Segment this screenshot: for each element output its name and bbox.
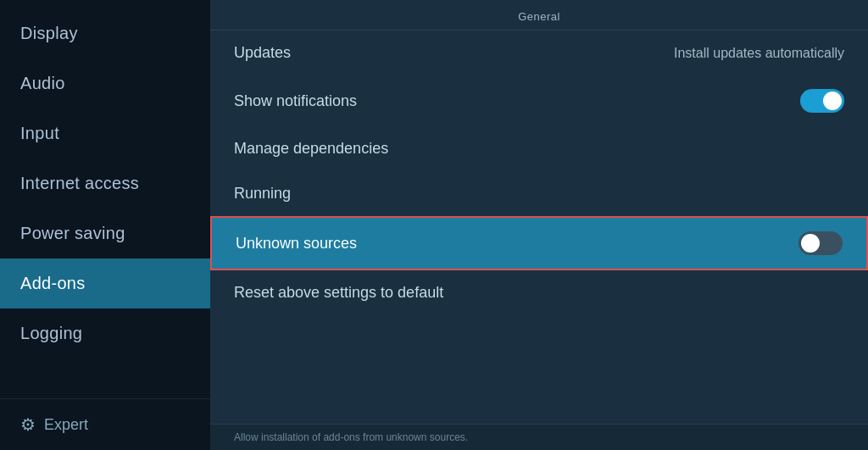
sidebar-item-internet-access[interactable]: Internet access: [0, 158, 210, 208]
row-show-notifications[interactable]: Show notifications: [210, 75, 868, 126]
label-manage-dependencies: Manage dependencies: [234, 140, 844, 158]
sidebar-item-display[interactable]: Display: [0, 8, 210, 58]
label-show-notifications: Show notifications: [234, 92, 800, 110]
sidebar-item-add-ons[interactable]: Add-ons: [0, 258, 210, 308]
sidebar-expert-button[interactable]: ⚙ Expert: [0, 398, 210, 450]
sidebar: Display Audio Input Internet access Powe…: [0, 0, 210, 450]
sidebar-item-input[interactable]: Input: [0, 108, 210, 158]
expert-label: Expert: [44, 416, 88, 434]
row-manage-dependencies[interactable]: Manage dependencies: [210, 126, 868, 171]
row-unknown-sources[interactable]: Unknown sources: [210, 216, 868, 270]
sidebar-label-logging: Logging: [20, 324, 82, 342]
row-updates[interactable]: Updates Install updates automatically: [210, 31, 868, 75]
sidebar-item-power-saving[interactable]: Power saving: [0, 208, 210, 258]
label-running: Running: [234, 185, 844, 203]
section-header: General: [210, 0, 868, 31]
status-text: Allow installation of add-ons from unkno…: [234, 431, 468, 443]
label-updates: Updates: [234, 44, 674, 62]
row-reset-settings[interactable]: Reset above settings to default: [210, 270, 868, 315]
sidebar-label-input: Input: [20, 124, 59, 142]
label-unknown-sources: Unknown sources: [236, 235, 798, 253]
sidebar-label-add-ons: Add-ons: [20, 274, 86, 292]
value-updates: Install updates automatically: [674, 46, 844, 61]
sidebar-item-audio[interactable]: Audio: [0, 58, 210, 108]
settings-list: Updates Install updates automatically Sh…: [210, 31, 868, 424]
sidebar-label-audio: Audio: [20, 74, 65, 92]
label-reset-settings: Reset above settings to default: [234, 284, 844, 302]
main-content: General Updates Install updates automati…: [210, 0, 868, 450]
sidebar-label-power-saving: Power saving: [20, 224, 125, 242]
status-bar: Allow installation of add-ons from unkno…: [210, 424, 868, 450]
row-running[interactable]: Running: [210, 171, 868, 216]
sidebar-item-logging[interactable]: Logging: [0, 308, 210, 358]
toggle-unknown-sources[interactable]: [798, 231, 843, 255]
toggle-show-notifications[interactable]: [800, 89, 844, 113]
sidebar-label-internet-access: Internet access: [20, 174, 139, 192]
gear-icon: ⚙: [20, 414, 36, 435]
sidebar-label-display: Display: [20, 24, 78, 42]
